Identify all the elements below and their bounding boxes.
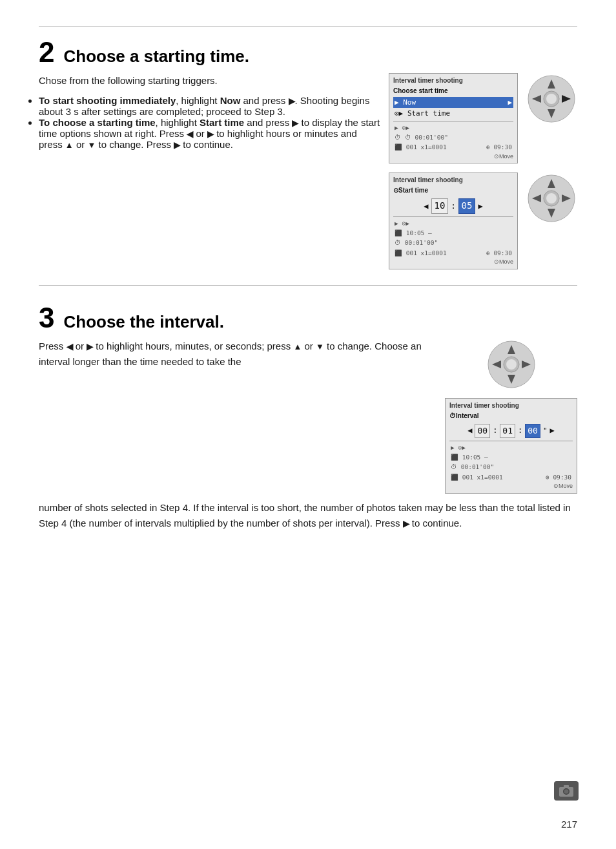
screen1-row1: ▶ Now ▶ [393,97,513,108]
screen3-shots: ⬛ 001 x1=0001 [451,473,503,481]
step3-arrow4: ▼ [316,341,324,354]
bullet2-arrow3: ▶ [207,129,214,139]
screen2-colon: : [451,201,455,212]
screen3-right-arrow: ▶ [550,425,555,436]
bullet2-bold2: Start time [200,117,244,128]
step2-section: 2 Choose a starting time. Chose from the… [39,38,577,286]
svg-point-23 [564,790,569,794]
screen2-left-arrow: ◀ [424,201,428,212]
screen1-bottom: ⬛ 001 x1=0001 ⊕ 09:30 [393,142,513,152]
step3-right: Interval timer shooting ⏱Interval ◀ 00 :… [445,339,577,494]
dpad2-svg [526,173,577,224]
screen2-bottom: ⬛ 001 x1=0001 ⊕ 09:30 [393,248,513,258]
bullet1-text2: and press [240,95,288,106]
screen3-hours: 00 [475,424,490,438]
screen1-now: Now [403,98,416,107]
bullet2-arrow2: ◀ [187,129,193,139]
step2-block: Chose from the following starting trigge… [39,73,577,269]
step3-layout: Press ◀ or ▶ to highlight hours, minutes… [39,339,577,494]
screen1-play-icon: ▶ [395,98,399,107]
screen1-icons: ▶ ⊙▶ [395,123,409,132]
screen2-row3: ▶ ⊙▶ [393,218,513,228]
bullet2-arrow: ▶ [292,118,298,128]
step3-arrow3: ▲ [293,341,302,354]
screen1-shots: ⬛ 001 x1=0001 [395,143,447,151]
screen2-minutes: 05 [458,198,476,214]
screen3-title: Interval timer shooting [449,401,573,410]
bullet2-or2: or [74,139,88,150]
screen1-move: ⊙Move [393,152,513,161]
screen2-move: ⊙Move [393,258,513,266]
screen1-subtitle: Choose start time [393,87,513,96]
step3-para2: number of shots selected in Step 4. If t… [39,500,577,531]
screen2-time1: ⬛ 10:05 – [393,228,513,238]
bullet2-arrow4: ▲ [65,140,74,150]
step3-title: Choose the interval. [63,312,224,332]
step3-or2: or [302,341,316,351]
svg-rect-24 [564,785,569,788]
step3-text1: Press [39,341,67,351]
screen2-icons: ▶ ⊙▶ [395,219,409,227]
page-number: 217 [561,819,577,830]
screen1-clock: ⊕ 09:30 [486,143,512,151]
step3-section: 3 Choose the interval. Press ◀ or ▶ to h… [39,304,577,553]
screen2-title: Interval timer shooting [393,176,513,185]
step3-arrow5: ▶ [403,518,409,531]
step2-top-visuals: Interval timer shooting Choose start tim… [389,73,577,163]
screen2-time2: ⏱ 00:01'00" [393,238,513,247]
step3-text: Press ◀ or ▶ to highlight hours, minutes… [39,339,438,370]
step2-bullets: To start shooting immediately, highlight… [39,95,382,150]
bullet2-text2: and press [244,117,292,128]
top-border [39,26,577,26]
step3-para1: Press ◀ or ▶ to highlight hours, minutes… [39,339,438,370]
step3-header: 3 Choose the interval. [39,304,577,332]
screen3-clock: ⊕ 09:30 [546,473,571,481]
screen2-right-arrow: ▶ [478,201,482,212]
step2-dpad2 [526,173,577,224]
camera-icon-svg [559,784,574,797]
screen1-divider [393,121,513,121]
step2-header: 2 Choose a starting time. [39,38,577,67]
screen3-time1-text: ⬛ 10:05 – [451,453,488,461]
screen3-icons: ▶ ⊙▶ [451,443,466,452]
screen3-timer-icon: ⏱ [451,463,457,471]
step3-text2: to highlight hours, minutes, or seconds;… [93,341,293,351]
step2-number: 2 [39,38,54,67]
bullet2-rest4: to continue. [180,139,233,150]
step3-dpad [486,339,537,390]
screen3-time2: ⏱ 00:01'00" [449,462,573,472]
step3-number: 3 [39,304,54,332]
step2-screen1: Interval timer shooting Choose start tim… [389,73,518,163]
screen1-timer-icon: ⏱ [395,133,401,142]
bullet2-rest3: to change. Press [96,139,174,150]
bullet2-text: , highlight [156,117,200,128]
step2-title: Choose a starting time. [63,47,249,67]
bullet2-arrow6: ▶ [174,140,180,150]
svg-point-13 [546,193,557,204]
step3-para2-end: to continue. [409,518,462,529]
screen3-seconds: 00 [525,424,540,438]
step3-screen: Interval timer shooting ⏱Interval ◀ 00 :… [445,398,577,494]
screen3-bottom: ⬛ 001 x1=0001 ⊕ 09:30 [449,472,573,482]
step2-screen2: Interval timer shooting ⊙Start time ◀ 10… [389,173,518,269]
screen1-starttime-icon: ⊙▶ [395,109,403,118]
svg-point-20 [506,359,517,370]
screen3-time1: ⬛ 10:05 – [449,452,573,462]
screen3-interval-display: ◀ 00 : 01 : 00 " ▶ [449,423,573,439]
screen1-row3: ▶ ⊙▶ [393,123,513,132]
screen1-arrow-right: ▶ [508,98,512,107]
step2-bullet1: To start shooting immediately, highlight… [39,95,382,117]
screen3-unit: " [543,426,548,435]
svg-point-6 [546,94,557,104]
screen2-subtitle: ⊙Start time [393,186,513,195]
screen1-time1: ⏱ ⏱ 00:01'00" [393,132,513,142]
screen3-divider [449,441,573,441]
dpad3-svg [486,339,537,390]
screen2-clock: ⊕ 09:30 [486,249,512,257]
bullet1-bold2: Now [220,95,241,106]
bullet2-arrow5: ▼ [87,140,96,150]
page-container: 2 Choose a starting time. Chose from the… [0,0,616,610]
screen3-colon2: : [518,425,522,436]
screen3-subtitle: ⏱Interval [449,412,573,421]
step2-intro: Chose from the following starting trigge… [39,73,382,89]
